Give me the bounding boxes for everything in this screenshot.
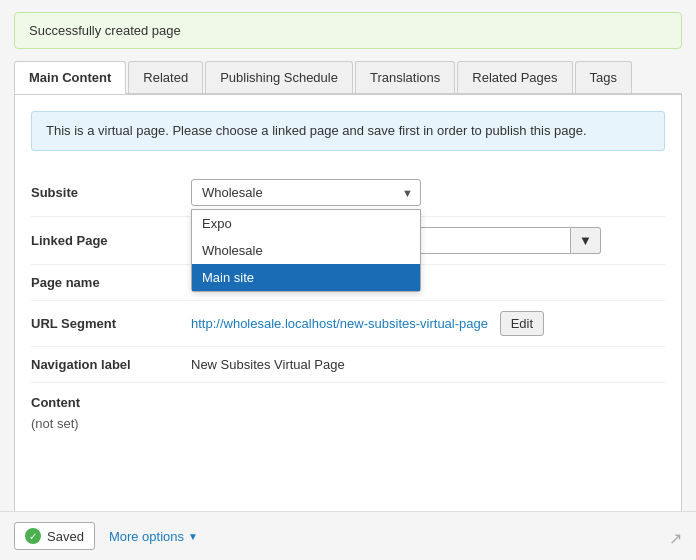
tab-publishing-schedule[interactable]: Publishing Schedule	[205, 61, 353, 93]
dropdown-option-main-site[interactable]: Main site	[192, 264, 420, 291]
subsite-dropdown-wrapper: Wholesale ▼ Expo Wholesale Main site	[191, 179, 421, 206]
tab-tags[interactable]: Tags	[575, 61, 632, 93]
main-content-panel: This is a virtual page. Please choose a …	[14, 94, 682, 534]
url-segment-link[interactable]: http://wholesale.localhost/new-subsites-…	[191, 316, 488, 331]
tab-translations[interactable]: Translations	[355, 61, 455, 93]
subsite-value: Wholesale ▼ Expo Wholesale Main site	[191, 179, 665, 206]
saved-button[interactable]: ✓ Saved	[14, 522, 95, 550]
navigation-label-value: New Subsites Virtual Page	[191, 357, 665, 372]
saved-label: Saved	[47, 529, 84, 544]
success-banner: Successfully created page	[14, 12, 682, 49]
subsite-dropdown-list: Expo Wholesale Main site	[191, 209, 421, 292]
subsite-row: Subsite Wholesale ▼ Expo Wholesale Main …	[31, 169, 665, 217]
content-not-set: (not set)	[31, 416, 665, 431]
linked-page-label: Linked Page	[31, 233, 191, 248]
dropdown-option-wholesale[interactable]: Wholesale	[192, 237, 420, 264]
more-options-chevron-icon: ▼	[188, 531, 198, 542]
url-segment-row: URL Segment http://wholesale.localhost/n…	[31, 301, 665, 347]
linked-page-chevron-button[interactable]: ▼	[571, 227, 601, 254]
url-segment-value: http://wholesale.localhost/new-subsites-…	[191, 311, 665, 336]
tabs: Main Content Related Publishing Schedule…	[14, 61, 682, 94]
navigation-label-row: Navigation label New Subsites Virtual Pa…	[31, 347, 665, 383]
more-options-button[interactable]: More options ▼	[109, 529, 198, 544]
footer: ✓ Saved More options ▼ ↗	[0, 511, 696, 560]
url-segment-edit-button[interactable]: Edit	[500, 311, 544, 336]
tab-related[interactable]: Related	[128, 61, 203, 93]
navigation-label-label: Navigation label	[31, 357, 191, 372]
content-section: Content (not set)	[31, 383, 665, 439]
success-message: Successfully created page	[29, 23, 181, 38]
info-message: This is a virtual page. Please choose a …	[46, 123, 587, 138]
tab-main-content[interactable]: Main Content	[14, 61, 126, 94]
saved-check-icon: ✓	[25, 528, 41, 544]
subsite-selected-value: Wholesale	[202, 185, 263, 200]
page-name-label: Page name	[31, 275, 191, 290]
more-options-label: More options	[109, 529, 184, 544]
external-link-icon[interactable]: ↗	[669, 529, 682, 548]
content-label: Content	[31, 395, 665, 410]
dropdown-option-expo[interactable]: Expo	[192, 210, 420, 237]
subsite-dropdown[interactable]: Wholesale	[191, 179, 421, 206]
tab-related-pages[interactable]: Related Pages	[457, 61, 572, 93]
subsite-label: Subsite	[31, 185, 191, 200]
info-box: This is a virtual page. Please choose a …	[31, 111, 665, 151]
url-segment-label: URL Segment	[31, 316, 191, 331]
